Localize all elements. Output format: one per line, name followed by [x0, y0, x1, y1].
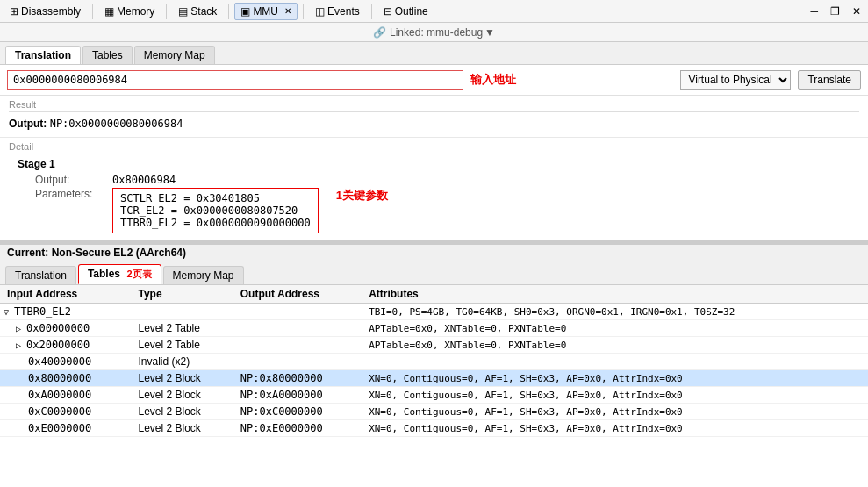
sep-1 — [92, 4, 93, 19]
disassembly-icon: ⊞ — [10, 5, 18, 18]
cell-output — [233, 320, 362, 337]
events-icon: ◫ — [315, 5, 325, 18]
cell-type: Level 2 Table — [131, 320, 233, 337]
cell-type: Invalid (x2) — [131, 354, 233, 370]
table-row[interactable]: ▽ TTBR0_EL2TBI=0, PS=4GB, TG0=64KB, SH0=… — [0, 304, 868, 320]
params-annotation: 1关键参数 — [336, 188, 388, 204]
col-output: Output Address — [233, 285, 362, 304]
linked-bar: 🔗 Linked: mmu-debug ▼ — [0, 23, 868, 42]
cell-type: Level 2 Block — [131, 404, 233, 420]
close-icon[interactable]: ✕ — [284, 6, 291, 16]
tab-tables[interactable]: Tables — [82, 46, 133, 64]
cell-output: NP:0x80000000 — [233, 370, 362, 387]
cell-input: 0x40000000 — [0, 354, 131, 370]
address-input[interactable] — [7, 70, 463, 90]
bottom-tab-bar: Translation Tables 2页表 Memory Map — [0, 261, 868, 285]
output-hex: 0x80006984 — [112, 174, 176, 186]
cell-type: Level 2 Block — [131, 420, 233, 437]
cell-attributes — [362, 354, 868, 370]
input-row: 输入地址 Virtual to PhysicalPhysical to Virt… — [0, 65, 868, 96]
direction-select[interactable]: Virtual to PhysicalPhysical to Virtual — [680, 70, 791, 90]
output-key: Output: — [35, 174, 105, 186]
sep-4 — [303, 4, 304, 19]
mmu-table: Input Address Type Output Address Attrib… — [0, 285, 868, 437]
tab-memory-map[interactable]: Memory Map — [134, 46, 215, 64]
detail-section: Detail Stage 1 Output: 0x80006984 Parame… — [0, 138, 868, 241]
toolbar-mmu[interactable]: ▣ MMU ✕ — [234, 3, 298, 20]
detail-label: Detail — [9, 141, 859, 154]
cell-input: 0xC0000000 — [0, 404, 131, 420]
params-box: SCTLR_EL2 = 0x30401805 TCR_EL2 = 0x00000… — [112, 188, 319, 233]
table-row[interactable]: ▷ 0x00000000Level 2 TableAPTable=0x0, XN… — [0, 320, 868, 337]
table-row[interactable]: 0x40000000Invalid (x2) — [0, 354, 868, 370]
stage1-label: Stage 1 — [9, 158, 859, 170]
sep-3 — [228, 4, 229, 19]
mmu-icon: ▣ — [240, 5, 250, 18]
sep-5 — [371, 4, 372, 19]
bottom-tab-memory-map[interactable]: Memory Map — [163, 266, 244, 284]
table-row[interactable]: 0x80000000Level 2 BlockNP:0x80000000XN=0… — [0, 370, 868, 387]
top-pane: Translation Tables Memory Map 输入地址 Virtu… — [0, 42, 868, 241]
cell-output: NP:0xC0000000 — [233, 404, 362, 420]
tab-translation[interactable]: Translation — [5, 46, 81, 64]
window-close-button[interactable]: ✕ — [849, 4, 864, 19]
link-icon: 🔗 — [373, 26, 386, 39]
cell-output — [233, 354, 362, 370]
bottom-pane: Translation Tables 2页表 Memory Map Input … — [0, 261, 868, 487]
cell-attributes: XN=0, Contiguous=0, AF=1, SH=0x3, AP=0x0… — [362, 420, 868, 437]
stack-icon: ▤ — [178, 5, 188, 18]
memory-icon: ▦ — [104, 5, 114, 18]
minimize-button[interactable]: ─ — [807, 4, 821, 19]
table-row[interactable]: 0xC0000000Level 2 BlockNP:0xC0000000XN=0… — [0, 404, 868, 420]
param-0: SCTLR_EL2 = 0x30401805 — [120, 192, 311, 204]
tables-annotation: 2页表 — [126, 269, 151, 279]
toolbar-memory[interactable]: ▦ Memory — [98, 3, 161, 20]
col-type: Type — [131, 285, 233, 304]
param-1: TCR_EL2 = 0x0000000080807520 — [120, 204, 311, 217]
toolbar-disassembly[interactable]: ⊞ Disassembly — [4, 3, 87, 20]
toolbar: ⊞ Disassembly ▦ Memory ▤ Stack ▣ MMU ✕ ◫… — [0, 0, 868, 23]
table-row[interactable]: ▷ 0x20000000Level 2 TableAPTable=0x0, XN… — [0, 337, 868, 354]
input-annotation: 输入地址 — [470, 72, 516, 88]
restore-button[interactable]: ❐ — [827, 4, 843, 19]
col-attributes: Attributes — [362, 285, 868, 304]
expand-icon[interactable]: ▽ — [4, 307, 14, 317]
cell-input: ▽ TTBR0_EL2 — [0, 304, 131, 320]
bottom-tab-translation[interactable]: Translation — [5, 266, 76, 284]
status-bar: Current: Non-Secure EL2 (AArch64) — [0, 244, 868, 261]
cell-input: 0xE0000000 — [0, 420, 131, 437]
cell-output: NP:0xE0000000 — [233, 420, 362, 437]
table-row[interactable]: 0xA0000000Level 2 BlockNP:0xA0000000XN=0… — [0, 387, 868, 404]
table-header: Input Address Type Output Address Attrib… — [0, 285, 868, 304]
expand-icon[interactable]: ▷ — [16, 324, 26, 333]
linked-dropdown-icon[interactable]: ▼ — [484, 26, 495, 39]
params-key: Parameters: — [35, 188, 105, 200]
cell-type: Level 2 Table — [131, 337, 233, 354]
result-section: Result Output: NP:0x0000000080006984 — [0, 96, 868, 138]
cell-attributes: XN=0, Contiguous=0, AF=1, SH=0x3, AP=0x0… — [362, 404, 868, 420]
cell-type: Level 2 Block — [131, 387, 233, 404]
toolbar-outline[interactable]: ⊟ Outline — [377, 3, 434, 20]
bottom-tab-tables[interactable]: Tables 2页表 — [78, 264, 161, 284]
cell-input: ▷ 0x00000000 — [0, 320, 131, 337]
cell-input: 0xA0000000 — [0, 387, 131, 404]
cell-input: 0x80000000 — [0, 370, 131, 387]
cell-output: NP:0xA0000000 — [233, 387, 362, 404]
expand-icon[interactable]: ▷ — [16, 340, 26, 350]
result-value: NP:0x0000000080006984 — [50, 118, 183, 130]
toolbar-events[interactable]: ◫ Events — [309, 3, 366, 20]
cell-attributes: TBI=0, PS=4GB, TG0=64KB, SH0=0x3, ORGN0=… — [362, 304, 868, 320]
cell-attributes: APTable=0x0, XNTable=0, PXNTable=0 — [362, 337, 868, 354]
table-row[interactable]: 0xE0000000Level 2 BlockNP:0xE0000000XN=0… — [0, 420, 868, 437]
result-label: Result — [9, 99, 859, 112]
cell-attributes: XN=0, Contiguous=0, AF=1, SH=0x3, AP=0x0… — [362, 387, 868, 404]
toolbar-stack[interactable]: ▤ Stack — [172, 3, 223, 20]
table-scroll[interactable]: Input Address Type Output Address Attrib… — [0, 285, 868, 487]
cell-type: Level 2 Block — [131, 370, 233, 387]
result-output: Output: NP:0x0000000080006984 — [9, 116, 859, 132]
cell-output — [233, 304, 362, 320]
param-2: TTBR0_EL2 = 0x0000000090000000 — [120, 217, 311, 229]
sep-2 — [166, 4, 167, 19]
cell-output — [233, 337, 362, 354]
translate-button[interactable]: Translate — [798, 70, 861, 90]
